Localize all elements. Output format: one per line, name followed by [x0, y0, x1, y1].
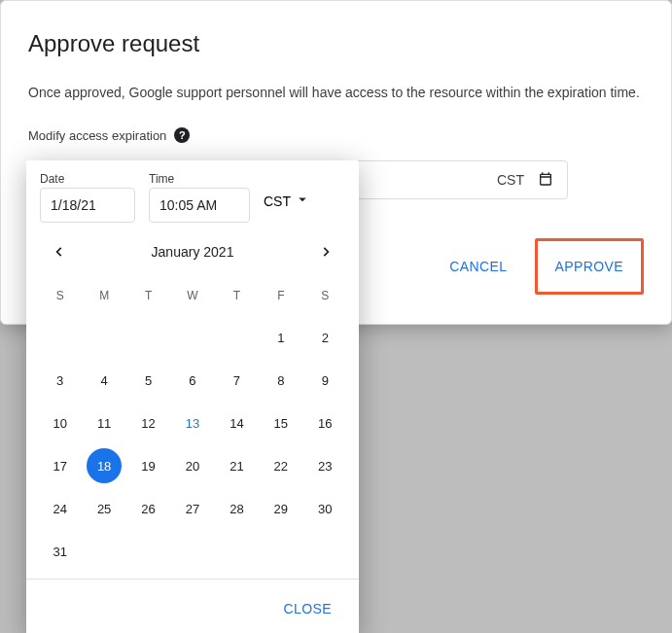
datepicker-popover: Date Time CST January 2021 SMTWTFS123456…	[26, 160, 359, 633]
calendar-day-cell: 5	[126, 359, 170, 402]
calendar-day-cell: 17	[38, 444, 82, 487]
date-label: Date	[40, 172, 135, 186]
calendar-day[interactable]: 13	[175, 405, 210, 440]
day-of-week-header: S	[38, 279, 82, 316]
calendar-day[interactable]: 14	[219, 405, 254, 440]
calendar-day-cell: 25	[82, 487, 125, 530]
calendar-day-cell: 3	[38, 359, 82, 402]
calendar-day-cell	[126, 530, 170, 573]
approve-highlight: APPROVE	[535, 238, 645, 295]
calendar-day-cell	[303, 530, 347, 573]
calendar-day-cell: 2	[303, 316, 347, 359]
calendar-day[interactable]: 6	[175, 363, 210, 398]
calendar-day[interactable]: 26	[131, 491, 166, 526]
calendar-day-cell: 16	[303, 402, 347, 444]
month-title: January 2021	[152, 244, 234, 260]
time-input[interactable]	[149, 188, 250, 223]
calendar-day-cell: 14	[215, 402, 259, 444]
calendar-day[interactable]: 28	[219, 491, 254, 526]
calendar-day-cell	[82, 530, 125, 573]
calendar-day[interactable]: 4	[87, 363, 122, 398]
calendar-day[interactable]: 29	[264, 491, 299, 526]
calendar-day[interactable]: 20	[175, 448, 210, 483]
calendar-day[interactable]: 19	[131, 448, 166, 483]
calendar-grid: SMTWTFS123456789101112131415161718192021…	[26, 267, 359, 579]
calendar-day[interactable]: 31	[43, 534, 78, 569]
datepicker-fields: Date Time CST	[26, 160, 359, 232]
calendar-day[interactable]: 2	[307, 320, 342, 355]
calendar-day-cell: 6	[170, 359, 214, 402]
calendar-day[interactable]: 5	[131, 363, 166, 398]
calendar-day-cell: 30	[303, 487, 347, 530]
calendar-day[interactable]: 3	[43, 363, 78, 398]
calendar-day-cell	[82, 316, 125, 359]
timezone-selector[interactable]: CST	[264, 191, 311, 211]
calendar-day-cell: 31	[38, 530, 82, 573]
calendar-day[interactable]: 9	[307, 363, 342, 398]
calendar-icon	[538, 171, 553, 190]
calendar-day[interactable]: 22	[264, 448, 299, 483]
day-of-week-header: S	[303, 279, 347, 316]
calendar-day[interactable]: 1	[264, 320, 299, 355]
calendar-day-cell	[259, 530, 302, 573]
calendar-day-cell	[126, 316, 170, 359]
chevron-down-icon	[294, 191, 311, 211]
calendar-day-cell: 20	[170, 444, 214, 487]
calendar-day-cell: 27	[170, 487, 214, 530]
day-of-week-header: F	[259, 279, 302, 316]
calendar-day[interactable]: 21	[219, 448, 254, 483]
calendar-day-cell: 12	[126, 402, 170, 444]
calendar-day-cell: 29	[259, 487, 302, 530]
calendar-day-cell: 23	[303, 444, 347, 487]
modify-access-expiration-label: Modify access expiration ?	[28, 127, 644, 143]
prev-month-button[interactable]	[48, 240, 71, 264]
calendar-day[interactable]: 24	[43, 491, 78, 526]
help-icon[interactable]: ?	[174, 127, 190, 143]
dialog-description: Once approved, Google support personnel …	[28, 85, 644, 100]
calendar-day-cell: 28	[215, 487, 259, 530]
calendar-day-cell: 22	[259, 444, 302, 487]
calendar-day[interactable]: 27	[175, 491, 210, 526]
close-button[interactable]: CLOSE	[274, 593, 341, 624]
calendar-day[interactable]: 15	[264, 405, 299, 440]
day-of-week-header: T	[126, 279, 170, 316]
calendar-day-cell: 10	[38, 402, 82, 444]
time-field-wrap: Time	[149, 172, 250, 223]
calendar-day[interactable]: 23	[307, 448, 342, 483]
calendar-day-cell: 15	[259, 402, 302, 444]
calendar-day[interactable]: 16	[307, 405, 342, 440]
calendar-day[interactable]: 18	[87, 448, 122, 483]
calendar-day-cell	[38, 316, 82, 359]
calendar-day[interactable]: 10	[43, 405, 78, 440]
dialog-title: Approve request	[28, 30, 644, 57]
date-field-wrap: Date	[40, 172, 135, 223]
approve-button[interactable]: APPROVE	[546, 251, 634, 282]
calendar-day[interactable]: 7	[219, 363, 254, 398]
cancel-button[interactable]: CANCEL	[440, 251, 516, 282]
modify-label-text: Modify access expiration	[28, 128, 166, 143]
calendar-day-cell: 4	[82, 359, 125, 402]
calendar-day[interactable]: 25	[87, 491, 122, 526]
day-of-week-header: T	[215, 279, 259, 316]
calendar-day-cell	[170, 530, 214, 573]
calendar-day-cell: 7	[215, 359, 259, 402]
month-nav: January 2021	[26, 232, 359, 267]
popover-actions: CLOSE	[26, 579, 359, 633]
calendar-day[interactable]: 30	[307, 491, 342, 526]
calendar-day[interactable]: 8	[264, 363, 299, 398]
calendar-day-cell: 19	[126, 444, 170, 487]
calendar-day-cell: 21	[215, 444, 259, 487]
date-input[interactable]	[40, 188, 135, 223]
calendar-day-cell: 13	[170, 402, 214, 444]
calendar-day-cell: 26	[126, 487, 170, 530]
calendar-day-cell: 24	[38, 487, 82, 530]
calendar-day-cell	[170, 316, 214, 359]
calendar-day-cell: 8	[259, 359, 302, 402]
calendar-day-cell: 1	[259, 316, 302, 359]
next-month-button[interactable]	[314, 240, 337, 264]
calendar-day[interactable]: 11	[87, 405, 122, 440]
calendar-day[interactable]: 17	[43, 448, 78, 483]
calendar-day[interactable]: 12	[131, 405, 166, 440]
timezone-value: CST	[264, 193, 291, 209]
day-of-week-header: W	[170, 279, 214, 316]
